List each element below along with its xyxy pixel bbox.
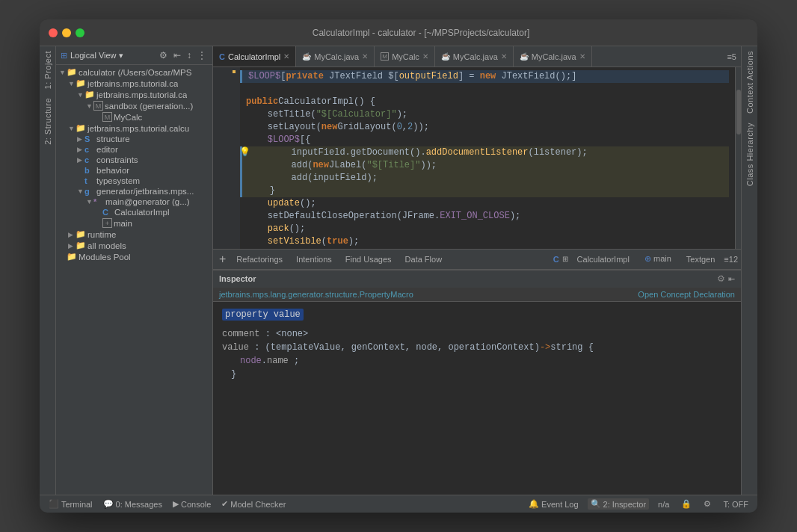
arrow-icon: ▶ xyxy=(77,156,84,164)
console-button[interactable]: ▶ Console xyxy=(170,498,214,510)
model-checker-button[interactable]: ✔ Model Checker xyxy=(218,498,289,510)
tree-item-all-models[interactable]: ▶ 📁 all models xyxy=(56,240,212,251)
class-icon: C xyxy=(102,208,114,217)
inspector-gear-icon[interactable]: ⚙ xyxy=(717,273,725,284)
tree-item-jmps1[interactable]: ▼ 📁 jetbrains.mps.tutorial.ca xyxy=(56,78,212,89)
tree-item-editor[interactable]: ▶ c editor xyxy=(56,144,212,155)
tab-close-icon[interactable]: ✕ xyxy=(362,52,368,61)
tree-item-modules[interactable]: 📁 Modules Pool xyxy=(56,251,212,262)
tab-refactorings[interactable]: Refactorings xyxy=(230,253,289,266)
tab-mycalcjava3[interactable]: ☕ MyCalc.java ✕ xyxy=(514,46,592,66)
inspector-status-icon: 🔍 xyxy=(591,499,601,509)
tab-label: CalculatorImpl xyxy=(228,52,280,61)
left-sidebar-tabs: 1: Project 2: Structure xyxy=(40,46,56,495)
java-tab-icon: ☕ xyxy=(302,52,311,61)
tab-overflow[interactable]: ≡5 xyxy=(722,52,741,61)
tab-main-right[interactable]: ⊕ main xyxy=(638,252,677,266)
tab-mycalc[interactable]: M MyCalc ✕ xyxy=(375,46,435,66)
event-log-button[interactable]: 🔔 Event Log xyxy=(526,498,582,510)
tree-label: main xyxy=(114,219,132,228)
arrow-icon: ▶ xyxy=(77,135,84,143)
checker-icon: ✔ xyxy=(221,499,228,509)
folder-icon: 📁 xyxy=(76,229,87,239)
tree-item-typesystem[interactable]: t typesystem xyxy=(56,176,212,186)
tab-mycalcjava1[interactable]: ☕ MyCalc.java ✕ xyxy=(296,46,375,66)
tab-calcimpl-right[interactable]: CalculatorImpl xyxy=(571,253,636,266)
arrow-icon: ▼ xyxy=(59,69,67,76)
zoom-button[interactable] xyxy=(76,28,84,37)
tree-item-main-node[interactable]: + main xyxy=(56,217,212,229)
tree-item-structure[interactable]: ▶ S structure xyxy=(56,134,212,144)
t-off-button[interactable]: T: OFF xyxy=(720,499,751,510)
code-content[interactable]: $LOOP$[private JTextField $[outputField]… xyxy=(240,67,735,249)
tree-item-behavior[interactable]: b behavior xyxy=(56,165,212,176)
tab-find-usages[interactable]: Find Usages xyxy=(339,253,398,266)
tree-label: typesystem xyxy=(96,176,140,185)
tree-item-calcimpl-tree[interactable]: C CalculatorImpl xyxy=(56,207,212,217)
lock-button[interactable]: 🔒 xyxy=(678,498,695,510)
arrow-icon: ▼ xyxy=(68,80,76,87)
tree-label: structure xyxy=(96,134,130,143)
tab-intentions[interactable]: Intentions xyxy=(290,253,338,266)
messages-label: 0: Messages xyxy=(116,500,162,509)
vertical-scrollbar[interactable] xyxy=(735,67,741,249)
inspector-value: value : (templateValue, genContext, node… xyxy=(222,341,732,354)
inspector-content[interactable]: property value comment : <none> value : … xyxy=(213,302,741,495)
tab-data-flow[interactable]: Data Flow xyxy=(399,253,449,266)
inspector-body: node.name ; xyxy=(222,354,732,368)
class-hierarchy-tab[interactable]: Class Hierarchy xyxy=(743,118,757,191)
add-tab-button[interactable]: + xyxy=(216,253,229,266)
tree-label: CalculatorImpl xyxy=(114,208,170,217)
tab-close-icon[interactable]: ✕ xyxy=(501,52,507,61)
tree-item-jmps2[interactable]: ▼ 📁 jetbrains.mps.tutorial.calcu xyxy=(56,123,212,134)
inspector-label: 2: Inspector xyxy=(603,500,646,509)
tree-label: main@generator (g...) xyxy=(105,197,190,206)
inspector-button[interactable]: 🔍 2: Inspector xyxy=(588,498,649,510)
tree-label: sandbox (generation...) xyxy=(105,102,193,111)
tab-bar: C CalculatorImpl ✕ ☕ MyCalc.java ✕ M MyC… xyxy=(213,46,741,67)
inspector-close-icon[interactable]: ⇤ xyxy=(728,274,735,284)
tree-item-generator[interactable]: ▼ g generator/jetbrains.mps... xyxy=(56,186,212,197)
tab-close-icon[interactable]: ✕ xyxy=(283,52,289,61)
status-text: n/a xyxy=(655,499,672,510)
constraints-icon: c xyxy=(84,155,96,164)
tab-label: MyCalc.java xyxy=(314,52,359,61)
tab-count[interactable]: ≡12 xyxy=(724,255,738,264)
tree-item-jmps-ca[interactable]: ▼ 📁 jetbrains.mps.tutorial.ca xyxy=(56,89,212,100)
tab-calcimpl[interactable]: C CalculatorImpl ✕ xyxy=(213,46,296,66)
sidebar-item-project[interactable]: 1: Project xyxy=(41,46,55,93)
tree-item-constraints[interactable]: ▶ c constraints xyxy=(56,155,212,165)
console-icon: ▶ xyxy=(173,499,179,509)
java-tab-icon3: ☕ xyxy=(520,52,529,61)
tab-close-icon[interactable]: ✕ xyxy=(422,52,428,61)
sidebar-item-structure[interactable]: 2: Structure xyxy=(41,93,55,149)
tree-item-runtime[interactable]: ▶ 📁 runtime xyxy=(56,229,212,240)
code-line: setTitle("$[Calculator]"); xyxy=(246,108,729,121)
open-concept-link[interactable]: Open Concept Declaration xyxy=(638,290,735,299)
sort-icon[interactable]: ↕ xyxy=(185,49,193,61)
settings-icon[interactable]: ⚙ xyxy=(158,49,169,61)
arrow-icon: ▶ xyxy=(68,231,76,238)
messages-button[interactable]: 💬 0: Messages xyxy=(100,498,165,510)
tree-item-sandbox[interactable]: ▼ M sandbox (generation...) xyxy=(56,100,212,111)
class-icon: C xyxy=(553,255,559,264)
close-button[interactable] xyxy=(49,28,58,37)
tree-item-main-generator[interactable]: ▼ * main@generator (g...) xyxy=(56,197,212,207)
context-actions-tab[interactable]: Context Actions xyxy=(743,46,757,118)
tree-item-mycalc[interactable]: M MyCalc xyxy=(56,111,212,123)
status-right: 🔔 Event Log 🔍 2: Inspector n/a 🔒 ⚙ T: OF… xyxy=(526,498,751,510)
minimize-button[interactable] xyxy=(62,28,71,37)
more-icon[interactable]: ⋮ xyxy=(196,49,208,61)
collapse-icon[interactable]: ⇤ xyxy=(172,49,182,61)
scrollbar-thumb[interactable] xyxy=(736,90,741,134)
code-line: $LOOP$[private JTextField $[outputField]… xyxy=(240,70,729,83)
structure-icon: S xyxy=(84,134,96,143)
tree-label: jetbrains.mps.tutorial.ca xyxy=(96,90,187,99)
tab-close-icon[interactable]: ✕ xyxy=(579,52,585,61)
hint-icon: 💡 xyxy=(240,146,250,159)
settings-status-button[interactable]: ⚙ xyxy=(701,498,714,510)
tab-textgen[interactable]: Textgen xyxy=(680,253,721,266)
tab-mycalcjava2[interactable]: ☕ MyCalc.java ✕ xyxy=(435,46,514,66)
tree-item-calculator[interactable]: ▼ 📁 calculator (/Users/Oscar/MPS xyxy=(56,66,212,78)
terminal-button[interactable]: ⬛ Terminal xyxy=(46,498,96,510)
